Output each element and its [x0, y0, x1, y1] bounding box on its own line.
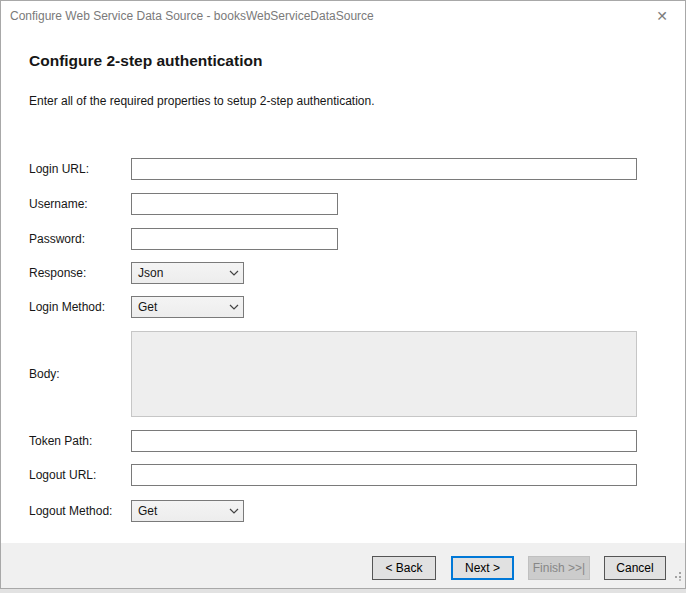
chevron-down-icon	[225, 501, 243, 521]
body-label: Body:	[29, 331, 60, 417]
finish-button: Finish >>|	[528, 556, 590, 580]
page-title: Configure 2-step authentication	[29, 52, 262, 70]
username-label: Username:	[29, 193, 88, 215]
logout-url-label: Logout URL:	[29, 464, 96, 486]
response-label: Response:	[29, 262, 86, 284]
chevron-down-icon	[225, 263, 243, 283]
login-url-label: Login URL:	[29, 158, 89, 180]
body-textarea	[131, 331, 637, 417]
password-input[interactable]	[131, 228, 338, 250]
footer-bar: < Back Next > Finish >>| Cancel	[1, 543, 685, 588]
back-button[interactable]: < Back	[372, 556, 436, 580]
login-method-label: Login Method:	[29, 296, 105, 318]
login-method-selected-value: Get	[132, 300, 225, 314]
token-path-label: Token Path:	[29, 430, 92, 452]
dialog-window: Configure Web Service Data Source - book…	[0, 0, 686, 589]
logout-method-selected-value: Get	[132, 504, 225, 518]
login-method-dropdown[interactable]: Get	[131, 296, 244, 318]
title-bar: Configure Web Service Data Source - book…	[1, 1, 685, 31]
logout-url-input[interactable]	[131, 464, 637, 486]
logout-method-label: Logout Method:	[29, 500, 112, 522]
chevron-down-icon	[225, 297, 243, 317]
window-title: Configure Web Service Data Source - book…	[10, 1, 374, 31]
response-dropdown[interactable]: Json	[131, 262, 244, 284]
window-bottom-edge	[0, 589, 686, 593]
cancel-button[interactable]: Cancel	[604, 556, 666, 580]
token-path-input[interactable]	[131, 430, 637, 452]
response-selected-value: Json	[132, 266, 225, 280]
next-button[interactable]: Next >	[451, 556, 514, 580]
logout-method-dropdown[interactable]: Get	[131, 500, 244, 522]
page-description: Enter all of the required properties to …	[29, 94, 375, 108]
resize-grip-icon[interactable]	[672, 567, 682, 585]
password-label: Password:	[29, 228, 85, 250]
close-icon[interactable]: ✕	[645, 1, 679, 31]
login-url-input[interactable]	[131, 158, 637, 180]
username-input[interactable]	[131, 193, 338, 215]
